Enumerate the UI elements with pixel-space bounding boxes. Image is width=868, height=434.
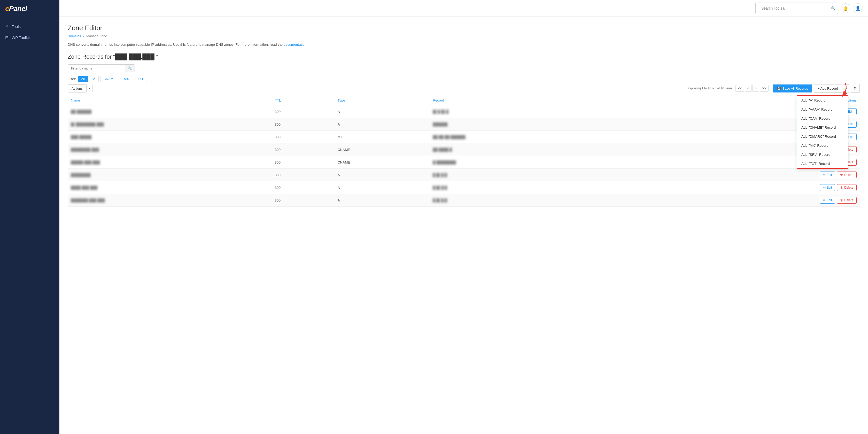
filter-a-button[interactable]: A: [90, 76, 99, 82]
table-row: ████████. 300 A █.█▌█.█ ✏ Edit 🗑 Delete: [68, 169, 860, 181]
edit-button-row-6[interactable]: ✏ Edit: [820, 184, 835, 191]
description-text: DNS converts domain names into computer-…: [68, 42, 860, 47]
tools-icon: ✕: [5, 24, 8, 29]
cell-ttl: 300: [272, 156, 334, 169]
add-cname-record-item[interactable]: Add "CNAME" Record: [797, 123, 848, 132]
cell-ttl: 300: [272, 169, 334, 181]
add-txt-record-item[interactable]: Add "TXT" Record: [797, 159, 848, 168]
cell-record: █.█▌█.█: [430, 181, 641, 194]
cell-actions: ✏ Edit 🗑 Delete: [641, 181, 860, 194]
actions-button[interactable]: Actions: [68, 85, 87, 92]
trash-icon: 🗑: [840, 198, 843, 202]
table-header-row: Name TTL Type Record Actions: [68, 96, 860, 105]
cell-record: █.████████: [430, 156, 641, 169]
delete-button-row-5[interactable]: 🗑 Delete: [837, 172, 857, 178]
filter-mx-button[interactable]: MX: [121, 76, 132, 82]
actions-dropdown: Actions ▾: [68, 85, 92, 92]
cell-type: A: [335, 194, 430, 207]
pagination-prev-button[interactable]: <: [745, 85, 752, 92]
cell-type: A: [335, 105, 430, 118]
cell-record: █.█▌█.█: [430, 194, 641, 207]
col-name: Name: [68, 96, 272, 105]
cell-type: A: [335, 118, 430, 131]
edit-button-row-5[interactable]: ✏ Edit: [820, 172, 835, 178]
add-record-button[interactable]: + Add Record: [814, 84, 842, 93]
cell-record: ██████: [430, 118, 641, 131]
sidebar-item-wp-toolkit-label: WP Toolkit: [11, 35, 30, 40]
search-box[interactable]: 🔍: [755, 3, 838, 14]
table-row: ██.██████ 300 A █▌█ █▌█ ✏ Edit: [68, 105, 860, 118]
add-dmarc-record-item[interactable]: Add "DMARC" Record: [797, 132, 848, 141]
cell-name: █████.███.███: [68, 156, 272, 169]
cell-ttl: 300: [272, 194, 334, 207]
cpanel-logo-text: cPanel: [5, 5, 54, 13]
pagination-next-button[interactable]: >: [752, 85, 759, 92]
search-tools-input[interactable]: [758, 4, 831, 12]
page-title: Zone Editor: [68, 24, 860, 32]
table-row: █▌████████.███ 300 A ██████ ✏ Edit: [68, 118, 860, 131]
add-srv-record-item[interactable]: Add "SRV" Record: [797, 150, 848, 159]
add-record-dropdown: Add "A" Record Add "AAAA" Record Add "CA…: [797, 95, 848, 169]
cell-record: ██.████.█: [430, 144, 641, 156]
cell-ttl: 300: [272, 181, 334, 194]
sidebar-item-wp-toolkit[interactable]: ⊞ WP Toolkit: [0, 32, 59, 43]
page-content: Zone Editor Domains / Manage Zone DNS co…: [59, 17, 868, 434]
notification-button[interactable]: 🔔: [841, 3, 850, 13]
search-icon: 🔍: [831, 6, 835, 10]
cell-record: █▌█ █▌█: [430, 105, 641, 118]
pencil-icon: ✏: [823, 186, 826, 189]
add-aaaa-record-item[interactable]: Add "AAAA" Record: [797, 105, 848, 114]
filter-label: Filter:: [68, 77, 76, 81]
add-mx-record-item[interactable]: Add "MX" Record: [797, 141, 848, 150]
cell-type: A: [335, 181, 430, 194]
cell-name: ██.██████: [68, 105, 272, 118]
cell-ttl: 300: [272, 118, 334, 131]
save-all-records-button[interactable]: 💾 Save All Records: [773, 85, 812, 92]
pencil-icon: ✏: [823, 198, 826, 202]
cell-type: MX: [335, 131, 430, 144]
sidebar-item-tools[interactable]: ✕ Tools: [0, 21, 59, 32]
toolbar-right: Displaying 1 to 16 out of 16 items << < …: [686, 84, 860, 93]
cell-actions: ✏ Edit 🗑 Delete: [641, 169, 860, 181]
edit-button-row-7[interactable]: ✏ Edit: [820, 197, 835, 204]
cell-name: █▌████████.███: [68, 118, 272, 131]
cell-ttl: 300: [272, 131, 334, 144]
pagination-first-button[interactable]: <<: [736, 85, 744, 92]
filter-all-button[interactable]: All: [78, 76, 88, 82]
delete-button-row-6[interactable]: 🗑 Delete: [837, 184, 857, 191]
cell-record: █.█▌█.█: [430, 169, 641, 181]
pagination-last-button[interactable]: >>: [760, 85, 769, 92]
cell-record: ██.██ ██.██████. .: [430, 131, 641, 144]
zone-records-table: Name TTL Type Record Actions ██.██████ 3…: [68, 96, 860, 207]
filter-search-button[interactable]: 🔍: [125, 65, 134, 72]
breadcrumb-domains-link[interactable]: Domains: [68, 34, 81, 38]
add-caa-record-item[interactable]: Add "CAA" Record: [797, 114, 848, 123]
cell-type: A: [335, 169, 430, 181]
cell-name: ████.███.███: [68, 181, 272, 194]
wp-toolkit-icon: ⊞: [5, 35, 8, 40]
actions-caret-button[interactable]: ▾: [87, 85, 92, 92]
cell-type: CNAME: [335, 144, 430, 156]
add-record-caret-button[interactable]: ▾: [843, 85, 849, 92]
table-row: ████████.███ 300 CNAME ██.████.█ ✏ Edit …: [68, 144, 860, 156]
delete-button-row-7[interactable]: 🗑 Delete: [837, 197, 857, 204]
cell-type: CNAME: [335, 156, 430, 169]
pagination-info: Displaying 1 to 16 out of 16 items: [686, 87, 732, 90]
user-menu-button[interactable]: 👤: [853, 3, 863, 13]
user-icon: 👤: [855, 6, 861, 11]
table-row: █████.███.███ 300 CNAME █.████████ ✏ Edi…: [68, 156, 860, 169]
filter-cname-button[interactable]: CNAME: [100, 76, 119, 82]
filter-name-input[interactable]: [68, 65, 125, 72]
filter-input-wrap: 🔍: [68, 64, 135, 72]
sidebar-logo: cPanel: [0, 0, 59, 18]
trash-icon: 🗑: [840, 186, 843, 189]
filter-txt-button[interactable]: TXT: [134, 76, 147, 82]
settings-gear-button[interactable]: ⚙: [851, 84, 860, 93]
breadcrumb: Domains / Manage Zone: [68, 34, 860, 38]
col-ttl: TTL: [272, 96, 334, 105]
col-record: Record: [430, 96, 641, 105]
filter-types: Filter: All A CNAME MX TXT: [68, 76, 860, 82]
documentation-link[interactable]: documentation: [284, 43, 307, 46]
col-type: Type: [335, 96, 430, 105]
add-a-record-item[interactable]: Add "A" Record: [797, 96, 848, 105]
